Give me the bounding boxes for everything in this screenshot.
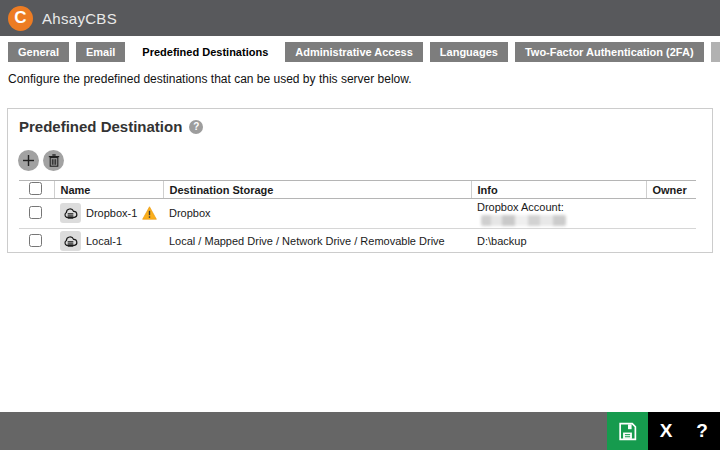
cloud-storage-icon <box>60 203 81 223</box>
panel-help-icon[interactable]: ? <box>189 120 203 134</box>
tab-two-factor-authentication[interactable]: Two-Factor Authentication (2FA) <box>515 42 704 62</box>
tab-general[interactable]: General <box>8 42 69 62</box>
add-destination-button[interactable] <box>18 150 39 171</box>
delete-destination-button[interactable] <box>43 150 64 171</box>
close-button[interactable]: X <box>648 412 684 450</box>
tab-bar-filler <box>711 42 720 62</box>
trash-icon <box>48 154 60 167</box>
tab-administrative-access[interactable]: Administrative Access <box>285 42 423 62</box>
predefined-destination-panel: Predefined Destination ? Na <box>7 108 713 253</box>
destination-info: D:\backup <box>471 228 646 254</box>
destination-toolbar <box>18 150 712 171</box>
destination-owner <box>646 228 696 254</box>
panel-title: Predefined Destination <box>19 118 182 135</box>
column-header-name: Name <box>54 181 163 199</box>
tab-email[interactable]: Email <box>76 42 125 62</box>
page-description: Configure the predefined destinations th… <box>8 72 712 86</box>
column-header-info: Info <box>471 181 646 199</box>
destination-name: Dropbox-1 <box>86 207 137 219</box>
row-checkbox[interactable] <box>29 234 42 247</box>
footer-bar: X ? <box>0 412 720 450</box>
tab-predefined-destinations[interactable]: Predefined Destinations <box>132 42 278 62</box>
table-header-row: Name Destination Storage Info Owner <box>19 181 696 199</box>
destination-owner <box>646 199 696 229</box>
titlebar: C AhsayCBS <box>0 0 720 36</box>
help-button[interactable]: ? <box>684 412 720 450</box>
destination-storage: Local / Mapped Drive / Network Drive / R… <box>163 228 471 254</box>
column-header-destination-storage: Destination Storage <box>163 181 471 199</box>
table-row[interactable]: Dropbox-1 Dropbox Dropbox Account: <box>19 199 696 229</box>
redacted-account <box>481 215 566 226</box>
tab-bar: General Email Predefined Destinations Ad… <box>0 42 720 62</box>
save-icon <box>617 421 638 442</box>
destination-name: Local-1 <box>86 235 122 247</box>
ahsay-logo-icon: C <box>8 6 33 31</box>
plus-icon <box>22 154 35 167</box>
save-button[interactable] <box>607 412 648 450</box>
destination-storage: Dropbox <box>163 199 471 229</box>
column-header-owner: Owner <box>646 181 696 199</box>
app-title: AhsayCBS <box>42 10 117 27</box>
destinations-table: Name Destination Storage Info Owner <box>19 180 696 254</box>
tab-languages[interactable]: Languages <box>430 42 508 62</box>
row-checkbox[interactable] <box>29 206 42 219</box>
destination-info: Dropbox Account: <box>477 201 564 213</box>
cloud-storage-icon <box>60 231 81 251</box>
table-row[interactable]: Local-1 Local / Mapped Drive / Network D… <box>19 228 696 254</box>
select-all-checkbox[interactable] <box>29 182 42 195</box>
warning-icon <box>142 206 157 220</box>
